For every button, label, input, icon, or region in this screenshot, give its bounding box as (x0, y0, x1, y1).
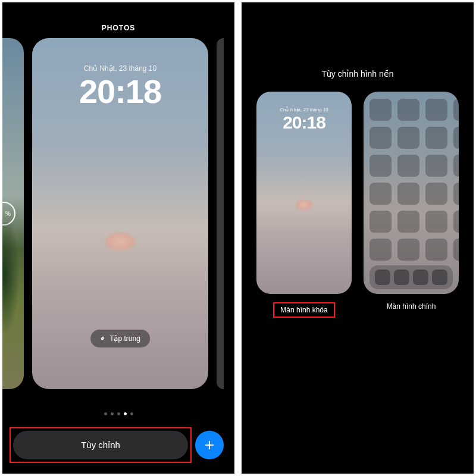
wallpaper-card-current[interactable]: Chủ Nhật, 23 tháng 10 20:18 ⚭ Tập trung (32, 38, 208, 389)
add-wallpaper-button[interactable]: + (195, 431, 224, 459)
link-icon: ⚭ (98, 334, 108, 344)
app-icon (453, 155, 459, 177)
lock-time-mini: 20:18 (256, 114, 352, 131)
app-icon (369, 99, 392, 121)
dock-app-icon (375, 270, 390, 285)
app-icon (453, 127, 459, 149)
wallpaper-cloud (296, 199, 312, 210)
app-icon (397, 183, 419, 205)
app-icon (425, 155, 447, 177)
app-icon (369, 127, 392, 149)
app-icon (369, 211, 392, 233)
phone-left: PHOTOS % Chủ Nhật, 23 tháng 10 20:18 ⚭ T… (2, 2, 234, 474)
lockscreen-caption: Màn hình khóa (273, 302, 334, 318)
wallpaper-card-next[interactable] (217, 38, 224, 389)
app-icon (397, 99, 419, 121)
app-icon (369, 155, 392, 177)
customize-title: Tùy chỉnh hình nền (242, 2, 474, 92)
app-icon (397, 239, 419, 261)
app-icon (453, 183, 459, 205)
app-icon (425, 183, 447, 205)
page-indicator (2, 407, 234, 418)
app-grid (369, 99, 453, 261)
app-icon (425, 239, 447, 261)
dock-app-icon (413, 270, 428, 285)
wallpaper-cloud (105, 233, 135, 250)
focus-pill[interactable]: ⚭ Tập trung (90, 330, 150, 347)
app-icon (369, 183, 392, 205)
dock (369, 265, 453, 289)
wallpaper-card-prev[interactable]: % (2, 38, 24, 389)
homescreen-option[interactable]: Màn hình chính (364, 92, 459, 318)
lock-time: 20:18 (32, 75, 208, 108)
annotation-highlight-lockscreen: Màn hình khóa (273, 302, 334, 318)
app-icon (425, 127, 447, 149)
app-icon (453, 211, 459, 233)
header-category: PHOTOS (2, 2, 234, 38)
phone-right: Tùy chỉnh hình nền Chủ Nhật, 23 tháng 10… (242, 2, 474, 474)
dock-app-icon (432, 270, 447, 285)
wallpaper-pair: Chủ Nhật, 23 tháng 10 20:18 Màn hình khó… (242, 92, 474, 318)
percent-badge: % (2, 202, 15, 226)
app-icon (425, 99, 447, 121)
app-icon (425, 211, 447, 233)
dock-app-icon (394, 270, 409, 285)
homescreen-preview[interactable] (364, 92, 459, 294)
focus-label: Tập trung (109, 334, 140, 343)
app-icon (397, 155, 419, 177)
lockscreen-preview[interactable]: Chủ Nhật, 23 tháng 10 20:18 (256, 92, 352, 294)
app-icon (453, 99, 459, 121)
annotation-highlight-customize (10, 427, 192, 463)
wallpaper-carousel[interactable]: % Chủ Nhật, 23 tháng 10 20:18 ⚭ Tập trun… (2, 38, 234, 389)
app-icon (397, 211, 419, 233)
app-icon (397, 127, 419, 149)
lockscreen-option[interactable]: Chủ Nhật, 23 tháng 10 20:18 Màn hình khó… (256, 92, 352, 318)
homescreen-caption: Màn hình chính (387, 302, 436, 311)
lock-date-mini: Chủ Nhật, 23 tháng 10 (256, 92, 352, 112)
lock-date: Chủ Nhật, 23 tháng 10 (32, 38, 208, 73)
app-icon (369, 239, 392, 261)
app-icon (453, 239, 459, 261)
